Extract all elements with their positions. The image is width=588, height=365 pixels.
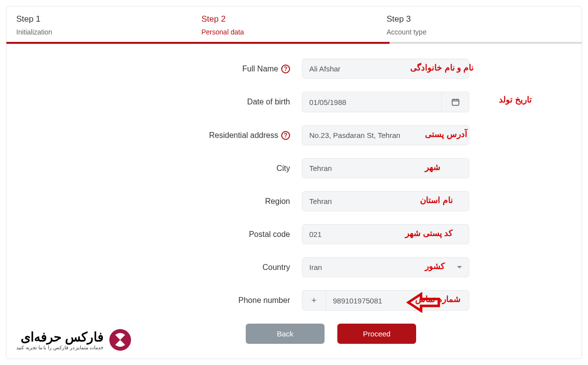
step-1-title: Step 1 — [16, 14, 201, 24]
step-3[interactable]: Step 3 Account type — [387, 14, 572, 36]
step-3-title: Step 3 — [387, 14, 572, 24]
annot-country: کشور — [425, 261, 445, 271]
dob-input[interactable] — [302, 92, 441, 112]
phone-prefix: + — [302, 291, 326, 310]
logo-text: فارکس حرفه‌ای خدمات متمایز در فارکس را ب… — [16, 330, 103, 350]
annot-full-name: نام و نام خانوادگی — [410, 63, 474, 73]
row-full-name: Full Name ? نام و نام خانوادگی — [26, 59, 562, 79]
country-value: Iran — [309, 263, 322, 271]
proceed-button[interactable]: Proceed — [337, 324, 416, 344]
country-label: Country — [262, 263, 290, 272]
postal-label: Postal code — [249, 230, 290, 239]
annot-region: نام استان — [420, 195, 453, 205]
dob-input-wrap — [302, 92, 469, 112]
step-2[interactable]: Step 2 Personal data — [201, 14, 387, 36]
logo-main: فارکس حرفه‌ای — [16, 330, 103, 345]
step-3-sub: Account type — [387, 28, 572, 36]
annot-address: آدرس پستی — [425, 129, 467, 139]
row-region: Region نام استان — [26, 191, 562, 211]
help-icon[interactable]: ? — [281, 65, 290, 73]
annot-dob: تاریخ تولد — [499, 95, 532, 105]
phone-label: Phone number — [238, 296, 290, 305]
city-input[interactable] — [302, 158, 469, 178]
help-icon[interactable]: ? — [281, 131, 290, 140]
dob-label: Date of birth — [247, 98, 290, 106]
city-label: City — [276, 164, 290, 173]
row-dob: Date of birth تاریخ تولد — [26, 92, 562, 112]
step-2-sub: Personal data — [201, 28, 387, 36]
annot-city: شهر — [425, 162, 440, 172]
step-2-title: Step 2 — [201, 14, 387, 24]
region-label: Region — [265, 197, 290, 206]
row-postal: Postal code کد پستی شهر — [26, 224, 562, 244]
step-1-sub: Initialization — [16, 28, 201, 36]
row-address: Residential address ? آدرس پستی — [26, 125, 562, 145]
calendar-icon — [451, 98, 460, 106]
button-row: Back Proceed — [100, 324, 562, 344]
step-1[interactable]: Step 1 Initialization — [16, 14, 201, 36]
calendar-button[interactable] — [441, 92, 469, 112]
row-phone: Phone number + شماره تماس — [26, 290, 562, 311]
address-label: Residential address — [209, 131, 278, 140]
row-city: City شهر — [26, 158, 562, 178]
svg-rect-0 — [452, 100, 459, 105]
arrow-annotation — [406, 292, 441, 315]
logo-sub: خدمات متمایز در فارکس را با ما تجربه کنی… — [16, 345, 103, 350]
arrow-left-icon — [406, 292, 441, 313]
logo-mark-icon — [108, 328, 132, 352]
full-name-label: Full Name — [242, 65, 278, 73]
row-country: Country Iran کشور — [26, 257, 562, 277]
form: Full Name ? نام و نام خانوادگی Date of b… — [6, 44, 582, 344]
form-card: Step 1 Initialization Step 2 Personal da… — [6, 6, 582, 359]
chevron-down-icon — [457, 266, 462, 268]
stepper: Step 1 Initialization Step 2 Personal da… — [6, 6, 582, 36]
logo: فارکس حرفه‌ای خدمات متمایز در فارکس را ب… — [16, 328, 132, 352]
back-button[interactable]: Back — [246, 324, 325, 344]
annot-postal: کد پستی شهر — [405, 228, 453, 238]
